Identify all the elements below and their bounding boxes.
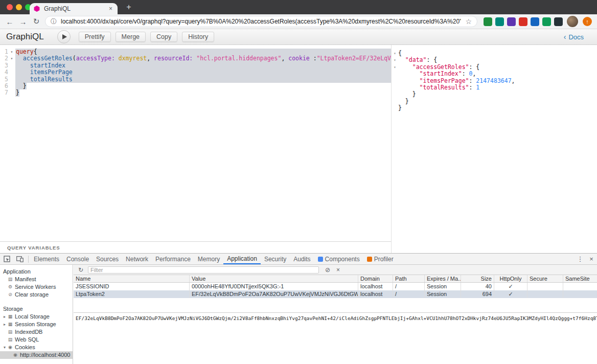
query-variables-bar[interactable]: QUERY VARIABLES — [0, 241, 391, 253]
url-bar[interactable]: ⓘ localhost:4000/dx/api/core/v0/graphql?… — [45, 16, 477, 27]
copy-button[interactable]: Copy — [150, 32, 177, 42]
devtools-tab-profiler[interactable]: Profiler — [363, 254, 397, 264]
sidebar-item-clear-storage[interactable]: ⊘Clear storage — [0, 291, 73, 299]
extension-icon-3[interactable] — [507, 17, 516, 26]
query-code: accessGetRoles(accessType: dxmyrest, res… — [15, 55, 391, 62]
bookmark-star-icon[interactable]: ☆ — [465, 17, 472, 26]
cookie-filter-input[interactable] — [88, 266, 319, 274]
devtools-tab-components[interactable]: Components — [314, 254, 363, 264]
sidebar-item-indexeddb[interactable]: ▤IndexedDB — [0, 328, 73, 336]
sidebar-item-manifest[interactable]: ▤Manifest — [0, 276, 73, 283]
extension-icon-4[interactable] — [519, 17, 527, 26]
column-header-domain[interactable]: Domain — [358, 275, 393, 282]
sidebar-item-session-storage[interactable]: ▸▦Session Storage — [0, 321, 73, 328]
clear-all-cookies-icon[interactable]: ⊘ — [325, 266, 330, 274]
extension-icon-2[interactable] — [495, 17, 504, 26]
query-code: query{ — [15, 49, 391, 55]
query-editor[interactable]: 1▾query{2▾ accessGetRoles(accessType: dx… — [0, 45, 391, 241]
cookie-cell-domain: localhost — [358, 283, 393, 290]
extensions-row — [484, 17, 563, 26]
column-header-path[interactable]: Path — [393, 275, 425, 282]
devtools-tab-performance[interactable]: Performance — [152, 254, 194, 264]
docs-toggle[interactable]: ‹ Docs — [564, 33, 584, 41]
devtools-tab-audits[interactable]: Audits — [290, 254, 314, 264]
extension-icon-6[interactable] — [542, 17, 551, 26]
tree-arrow-icon[interactable]: ▸ — [2, 321, 7, 328]
extension-icon-7[interactable] — [554, 17, 563, 26]
fold-arrow-icon[interactable]: ▾ — [392, 50, 398, 57]
fold-arrow-icon[interactable]: ▾ — [8, 55, 15, 62]
query-line-4[interactable]: 4 itemsPerPage — [0, 69, 391, 76]
components-tab-icon — [318, 257, 323, 262]
devtools-close-icon[interactable]: × — [586, 255, 597, 263]
inspect-element-icon[interactable] — [0, 254, 13, 264]
query-line-1[interactable]: 1▾query{ — [0, 49, 391, 55]
sidebar-item-service-workers[interactable]: ⚙Service Workers — [0, 283, 73, 291]
back-icon[interactable]: ← — [3, 17, 16, 26]
tab-close-icon[interactable]: × — [108, 5, 113, 12]
minimize-window-button[interactable] — [16, 4, 22, 10]
devtools-tab-memory[interactable]: Memory — [194, 254, 223, 264]
sidebar-item-http-localhost-4000[interactable]: ◉http://localhost:4000 — [0, 351, 73, 359]
reload-icon[interactable]: ↻ — [30, 17, 43, 26]
extension-icon-5[interactable] — [531, 17, 539, 26]
cookie-row-jsessionid[interactable]: JSESSIONID0000ohHE48YfU0DNTjjexI5QK3G:-1… — [74, 283, 597, 290]
query-line-5[interactable]: 5 totalResults — [0, 76, 391, 83]
line-number: 7 — [0, 89, 8, 96]
device-toolbar-icon[interactable] — [13, 254, 27, 264]
close-window-button[interactable] — [7, 4, 13, 10]
devtools-tab-sources[interactable]: Sources — [93, 254, 122, 264]
sidebar-item-local-storage[interactable]: ▸▦Local Storage — [0, 313, 73, 321]
cookie-cell-secure — [527, 283, 563, 290]
devtools-tab-network[interactable]: Network — [122, 254, 152, 264]
refresh-icon[interactable]: ↻ — [76, 266, 86, 274]
tree-arrow-icon[interactable]: ▸ — [2, 313, 7, 321]
cookie-cell-samesite — [563, 283, 597, 290]
browser-tab[interactable]: GraphiQL × — [30, 3, 118, 14]
column-header-httponly[interactable]: HttpOnly — [494, 275, 527, 282]
history-button[interactable]: History — [182, 32, 214, 42]
execute-query-button[interactable] — [57, 30, 71, 43]
profile-avatar[interactable] — [567, 16, 578, 27]
cookie-cell-expires: Session — [425, 283, 461, 290]
sidebar-item-label: http://localhost:4000 — [20, 351, 70, 359]
query-line-6[interactable]: 6 } — [0, 83, 391, 89]
devtools-menu-icon[interactable]: ⋮ — [575, 255, 586, 263]
sidebar-item-cookies[interactable]: ▾◉Cookies — [0, 344, 73, 351]
sidebar-item-label: Session Storage — [15, 321, 56, 328]
fold-arrow-icon[interactable]: ▾ — [8, 49, 15, 55]
column-header-expires-ma-[interactable]: Expires / Ma... — [425, 275, 461, 282]
forward-icon[interactable]: → — [16, 17, 30, 26]
tree-arrow-icon[interactable]: ▾ — [2, 344, 7, 351]
delete-selected-icon[interactable]: × — [336, 266, 340, 274]
column-header-value[interactable]: Value — [190, 275, 358, 282]
result-viewer[interactable]: ▾{▾ "data": {▾ "accessGetRoles": { "star… — [392, 45, 597, 253]
fold-arrow-icon — [8, 62, 15, 69]
query-line-2[interactable]: 2▾ accessGetRoles(accessType: dxmyrest, … — [0, 55, 391, 62]
cookie-row-ltpatoken2[interactable]: LtpaToken2EF/32eLqVkB8DmPoF2Oa7AK82OuP7U… — [74, 290, 597, 298]
extension-icon-1[interactable] — [484, 17, 492, 26]
devtools-tab-application[interactable]: Application — [223, 254, 261, 264]
cookie-cell-domain: localhost — [358, 290, 393, 298]
line-number: 2 — [0, 55, 8, 62]
new-tab-button[interactable]: + — [123, 2, 135, 13]
chevron-left-icon: ‹ — [564, 33, 566, 41]
column-header-samesite[interactable]: SameSite — [563, 275, 597, 282]
application-sidebar: Application▤Manifest⚙Service Workers⊘Cle… — [0, 265, 73, 364]
sidebar-item-web-sql[interactable]: ▤Web SQL — [0, 336, 73, 344]
devtools-tab-console[interactable]: Console — [63, 254, 93, 264]
merge-button[interactable]: Merge — [116, 32, 146, 42]
column-header-name[interactable]: Name — [74, 275, 190, 282]
query-line-3[interactable]: 3 startIndex — [0, 62, 391, 69]
fold-arrow-icon[interactable]: ▾ — [392, 57, 398, 63]
browser-menu-update-icon[interactable]: ↑ — [583, 17, 592, 26]
devtools-tab-security[interactable]: Security — [261, 254, 290, 264]
browser-toolbar: ← → ↻ ⓘ localhost:4000/dx/api/core/v0/gr… — [0, 14, 597, 29]
fold-arrow-icon[interactable]: ▾ — [392, 64, 398, 71]
prettify-button[interactable]: Prettify — [79, 32, 111, 42]
site-info-icon[interactable]: ⓘ — [51, 17, 57, 26]
query-line-7[interactable]: 7} — [0, 89, 391, 96]
column-header-size[interactable]: Size — [461, 275, 494, 282]
column-header-secure[interactable]: Secure — [527, 275, 563, 282]
devtools-tab-elements[interactable]: Elements — [30, 254, 63, 264]
